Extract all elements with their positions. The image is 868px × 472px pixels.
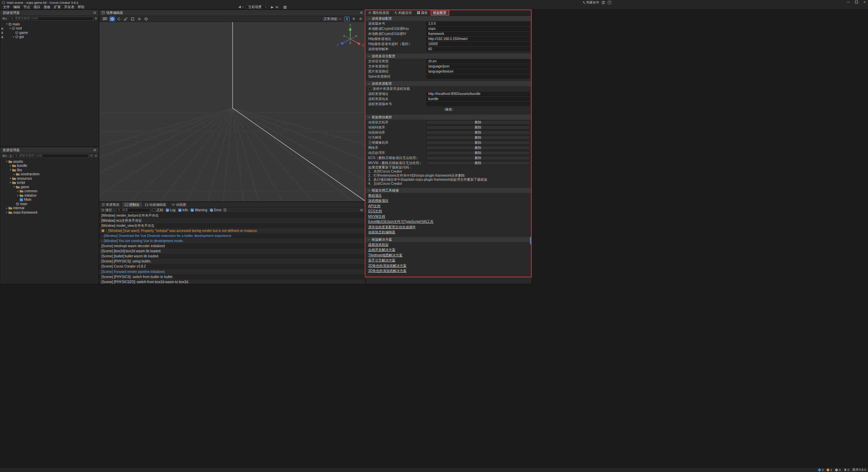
launch-target-button[interactable]: ∨ (238, 5, 244, 9)
doc-link[interactable]: MVVM文档 (368, 214, 385, 219)
log-row[interactable]: [Scene] [box2d]:box2d wasm lib loaded. (99, 249, 365, 254)
inspector-tab-2[interactable]: 服务 (415, 10, 431, 16)
delete-button[interactable]: 删除 (426, 125, 530, 130)
log-row[interactable]: [Window] render_texture文件夹不存在 (99, 213, 365, 218)
field-input[interactable]: 10000 (426, 42, 530, 46)
field-input[interactable]: framework (426, 32, 530, 36)
expand-arrow[interactable]: ▾ (5, 160, 8, 163)
console-tab-0[interactable]: 资源预览 (99, 202, 122, 207)
field-input[interactable]: language/texture (426, 70, 530, 74)
expand-arrow[interactable]: ▾ (9, 181, 12, 184)
delete-button[interactable]: 删除 (426, 151, 530, 155)
grid-toggle-button[interactable] (351, 17, 356, 21)
info-count[interactable]: 3 (818, 468, 824, 472)
mode-3d-toggle[interactable]: 3D (101, 17, 108, 21)
asset-node[interactable]: ▸resources (0, 176, 99, 181)
panel-menu-icon[interactable] (360, 11, 363, 14)
log-row[interactable]: [Scene] [PHYSICS]: using builtin. (99, 259, 365, 264)
delete-button[interactable]: 删除 (426, 136, 530, 140)
doc-link[interactable]: 游戏模板项目 (368, 198, 389, 203)
doc-link[interactable]: 动画状态机编辑器 (368, 230, 395, 235)
expand-arrow[interactable]: ▾ (5, 23, 8, 25)
minimize-button[interactable]: ─ (846, 0, 850, 5)
expand-arrow[interactable]: ▸ (5, 207, 8, 210)
asset-node[interactable]: main (0, 202, 99, 206)
expand-arrow[interactable]: › (101, 239, 102, 243)
doc-link[interactable]: 2D角色扮演游戏解决方案 (368, 263, 407, 268)
expand-arrow[interactable]: ▸ (9, 164, 12, 167)
menu-item-5[interactable]: 扩展 (52, 5, 62, 9)
field-input[interactable]: http://192.168.0.150/main/ (426, 37, 530, 41)
field-input[interactable]: zh,en (426, 59, 530, 63)
light-toggle-button[interactable] (344, 17, 350, 21)
console-tab-2[interactable]: 动画编辑器 (142, 202, 169, 207)
asset-node[interactable]: ▸seedrandom (0, 172, 99, 177)
field-input[interactable]: bundle (426, 97, 530, 101)
hierarchy-search-input[interactable]: 搜索名称或 UUID (9, 17, 93, 21)
field-input[interactable]: language/json (426, 64, 530, 68)
maximize-button[interactable] (854, 0, 859, 5)
expand-arrow[interactable]: › (101, 234, 102, 238)
delete-button[interactable]: 删除 (426, 120, 530, 124)
filter-checkbox[interactable] (178, 209, 181, 212)
pivot-toggle-button[interactable] (137, 17, 142, 21)
clear-console-button[interactable]: 清空 (101, 208, 112, 213)
expand-arrow[interactable]: ▾ (8, 27, 12, 30)
filter-checkbox[interactable] (210, 209, 213, 212)
warning-count[interactable]: 1 (827, 468, 832, 472)
expand-arrow[interactable]: ▾ (9, 169, 12, 171)
expand-arrow[interactable]: ▸ (12, 36, 15, 38)
asset-node[interactable]: ▸initialize (0, 193, 99, 198)
panel-menu-icon[interactable] (360, 209, 363, 212)
help-icon[interactable]: ? (608, 1, 611, 4)
rect-tool-button[interactable] (130, 17, 135, 21)
save-button[interactable]: 保存 (443, 107, 454, 112)
menu-item-2[interactable]: 节点 (22, 5, 32, 9)
assets-search-input[interactable]: 搜索名称或 UUID (14, 154, 88, 158)
inspector-tab-1[interactable]: 构建发布 (392, 10, 415, 16)
delete-button[interactable]: 删除 (426, 161, 530, 165)
menu-item-1[interactable]: 编辑 (12, 5, 22, 9)
sort-icon[interactable] (90, 154, 93, 157)
log-row[interactable]: ›[Window] [Vue warn]: Property "onInput"… (99, 228, 365, 233)
hierarchy-node[interactable]: ▾main (0, 22, 99, 26)
view-mode-select[interactable]: 正常浏览 ∨ (321, 17, 343, 21)
panel-menu-icon[interactable] (93, 149, 96, 152)
scene-select[interactable]: 当前场景 ∨ (246, 5, 269, 9)
expand-arrow[interactable]: ▸ (16, 190, 20, 193)
doc-link[interactable]: 3D角色扮演游戏解决方案 (368, 269, 407, 273)
refresh-icon[interactable] (94, 154, 97, 157)
asset-node[interactable]: TSMain (0, 198, 99, 202)
step-button[interactable] (276, 6, 278, 8)
field-input[interactable]: oops (426, 27, 530, 31)
doc-link[interactable]: ECS文档 (368, 209, 382, 214)
import-asset-icon[interactable] (9, 154, 12, 157)
scrollbar-thumb[interactable] (530, 237, 531, 244)
asset-node[interactable]: ▾libs (0, 168, 99, 172)
move-tool-button[interactable] (110, 17, 115, 21)
filter-checkbox[interactable] (191, 209, 194, 212)
hierarchy-node[interactable]: ▸gui (0, 35, 99, 39)
expand-arrow[interactable]: ▸ (9, 177, 12, 180)
scale-tool-button[interactable] (123, 17, 129, 21)
panel-menu-icon[interactable] (93, 11, 96, 14)
doc-link[interactable]: 新手引导解决方案 (368, 258, 395, 263)
log-row[interactable]: ›[Window] Download the Vue Devtools exte… (99, 233, 365, 238)
log-row[interactable]: [Scene] Forward render pipeline initiali… (99, 269, 365, 274)
doc-link[interactable]: 战棋游戏框架 (368, 242, 389, 247)
section-header[interactable]: ∨游戏基础配置 (366, 16, 531, 21)
package-icon[interactable] (602, 1, 605, 4)
section-header[interactable]: ∨框架模块裁剪 (366, 115, 531, 120)
log-row[interactable]: [Scene] meshopt wasm decoder initialized (99, 243, 365, 249)
hierarchy-node[interactable]: ▾root (0, 26, 99, 31)
doc-link[interactable]: 教程项目 (368, 193, 382, 198)
console-search-input[interactable]: 搜索 (116, 208, 150, 212)
log-row[interactable]: [Window] ecs文件夹不存在 (99, 218, 365, 223)
section-header[interactable]: ∨框架文档工具链接 (366, 188, 531, 193)
play-button[interactable]: ▶ (271, 5, 274, 9)
asset-node[interactable]: ▾game (0, 185, 99, 189)
asset-node[interactable]: ▾assets (0, 159, 99, 164)
scene-viewport[interactable]: Y X Z (99, 22, 365, 201)
section-header[interactable]: ∨框架解决方案 (366, 237, 531, 242)
doc-link[interactable]: Tiledmap地图解决方案 (368, 253, 402, 258)
